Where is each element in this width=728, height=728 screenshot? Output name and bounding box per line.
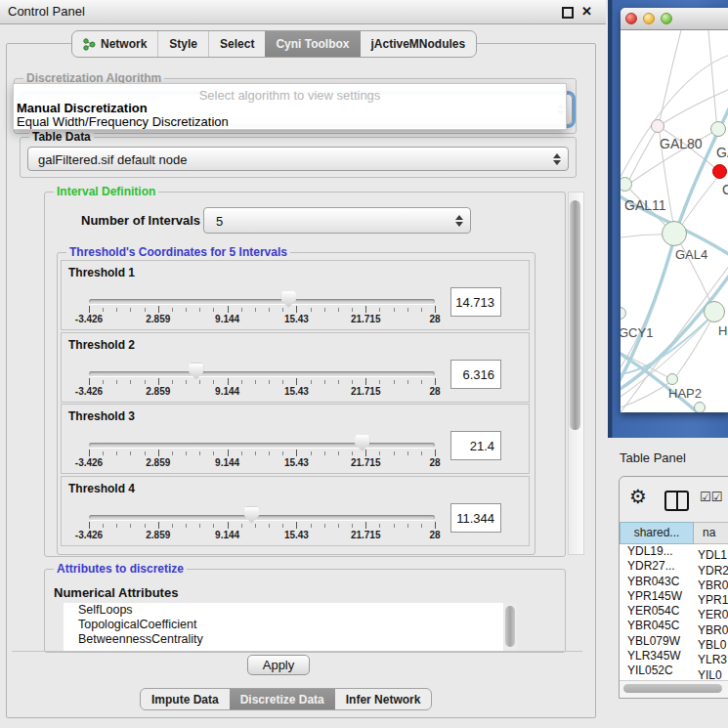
network-node-selected[interactable] [712,164,727,179]
network-node[interactable] [704,301,725,322]
tab-infer-network[interactable]: Infer Network [335,689,432,709]
horizontal-scrollbar-track[interactable] [620,680,728,698]
column-header-shared-name[interactable]: shared... [620,522,694,544]
threshold-slider-handle[interactable] [281,291,296,308]
threshold-slider-track[interactable] [89,443,435,448]
gear-icon[interactable]: ⚙ [629,485,647,508]
tick-label: 9.144 [215,530,239,540]
close-button[interactable] [625,13,637,24]
tick-mark [338,451,339,455]
tick-label: 28 [429,530,440,540]
table-row[interactable]: YBR043CYBR0 [620,575,728,589]
tick-mark [311,380,312,384]
tick-mark [199,524,200,528]
tick-mark [352,308,353,312]
network-canvas[interactable]: GAL80 GA C GAL11 GAL4 GCY1 H HAP2 [621,30,728,412]
attribute-item[interactable]: TopologicalCoefficient [64,618,503,632]
tick-mark [421,380,422,384]
tick-mark [116,380,117,384]
tick-label: 15.43 [284,530,309,540]
threshold-slider-track[interactable] [89,299,435,304]
tick-mark [172,308,173,312]
threshold-slider-handle[interactable] [244,507,259,524]
table-row[interactable]: YBR045CYBR0 [620,619,728,633]
table-data-select[interactable]: galFiltered.sif default node [27,147,569,171]
attributes-scrollbar-thumb[interactable] [505,606,515,647]
group-label: Attributes to discretize [54,562,187,576]
table-row[interactable]: YER054CYER0 [620,604,728,619]
apply-button[interactable]: Apply [247,655,310,675]
node-label-partial: C [722,182,728,197]
network-node[interactable] [662,221,687,246]
tick-label: 28 [429,314,440,324]
column-header-name[interactable]: na [694,522,728,544]
threshold-value-field[interactable]: 6.316 [450,360,501,389]
control-panel-titlebar: Control Panel ✕ [0,0,606,24]
tick-mark [89,450,90,456]
tick-label: -3.426 [75,457,103,468]
dropdown-option-equal-width-frequency[interactable]: Equal Width/Frequency Discretization [17,114,229,129]
table-header-row: shared... na [620,522,728,544]
threshold-slider-handle[interactable] [189,364,203,380]
close-icon[interactable]: ✕ [581,4,592,19]
tick-label: 28 [429,457,440,468]
tick-mark [186,308,187,312]
tick-mark [186,524,187,528]
table-row[interactable]: YDR27...YDR2 [620,559,728,574]
columns-icon[interactable] [664,491,689,511]
tab-select[interactable]: Select [208,31,265,57]
node-label-partial: GA [716,145,728,160]
tab-cyni-toolbox[interactable]: Cyni Toolbox [265,31,360,57]
tick-mark [103,451,104,455]
tick-mark [199,308,200,312]
threshold-slider-handle[interactable] [355,435,369,451]
tick-mark [338,308,339,312]
network-node[interactable] [651,119,664,133]
network-node[interactable] [666,373,678,385]
network-node[interactable] [710,121,726,137]
threshold-slider-track[interactable] [89,371,435,376]
table-row[interactable]: YBL079WYBL0 [620,634,728,649]
tick-label: 9.144 [215,457,239,468]
threshold-value-field[interactable]: 11.344 [450,503,501,533]
tab-jactivemnodules[interactable]: jActiveMNodules [361,31,477,57]
tab-network[interactable]: Network [72,31,157,57]
dropdown-option-manual-discretization[interactable]: Manual Discretization [17,101,148,115]
threshold-box: Threshold 4 -3.4262.8599.14415.4321.7152… [61,476,530,546]
tab-style[interactable]: Style [157,31,208,57]
cyni-bottom-tabbar: Impute Data Discretize Data Infer Networ… [140,688,432,710]
network-node[interactable] [694,402,706,412]
tick-mark [241,380,242,384]
threshold-value-field[interactable]: 21.4 [450,431,501,460]
table-panel-title: Table Panel [620,450,686,465]
tab-label: Discretize Data [240,693,324,707]
tick-mark [116,451,117,455]
tick-mark [186,380,187,384]
tick-mark [282,524,283,528]
zoom-button[interactable] [661,13,672,24]
network-window-titlebar [621,8,728,30]
threshold-value-field[interactable]: 14.713 [450,287,501,317]
attribute-item[interactable]: SelfLoops [64,603,503,618]
minimize-button[interactable] [643,13,655,24]
table-row[interactable]: YIL052CYIL0 [620,664,728,678]
horizontal-scrollbar-thumb[interactable] [623,684,722,693]
table-row[interactable]: YLR345WYLR3 [620,649,728,664]
tab-discretize-data[interactable]: Discretize Data [230,689,335,709]
table-row[interactable]: YDL19...YDL1 [620,544,728,559]
tick-label: 21.715 [351,457,381,468]
attribute-item[interactable]: BetweennessCentrality [64,632,503,647]
tick-mark [228,378,229,385]
tick-mark [130,308,131,312]
tab-impute-data[interactable]: Impute Data [141,689,230,709]
threshold-slider-track[interactable] [89,515,435,520]
float-window-icon[interactable] [562,7,574,19]
number-of-intervals-select[interactable]: 5 [203,207,471,234]
tick-mark [435,522,436,529]
table-row[interactable]: YPR145WYPR1 [620,589,728,604]
table-rows: YDL19...YDL1YDR27...YDR2YBR043CYBR0YPR14… [620,544,728,680]
select-columns-checkboxes-icon[interactable]: ☑☑ [700,490,722,504]
vertical-scrollbar-thumb[interactable] [570,200,580,430]
tick-mark [172,451,173,455]
threshold-label: Threshold 1 [68,266,135,279]
